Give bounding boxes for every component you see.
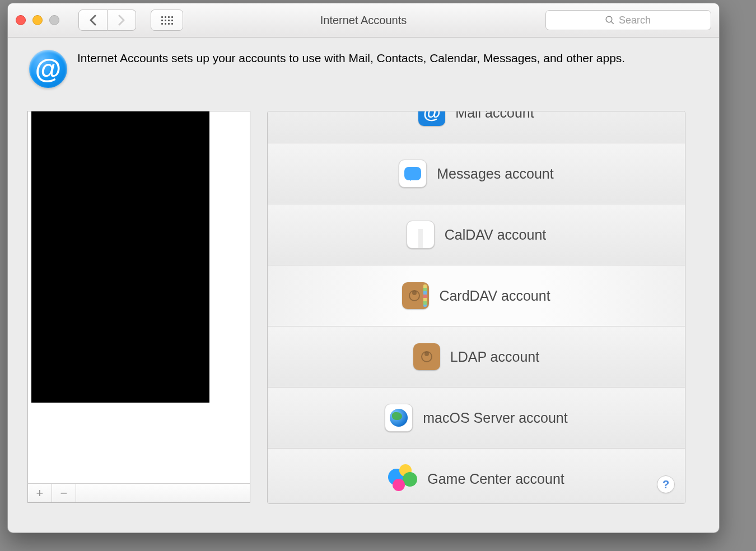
- providers-scroll[interactable]: @ Mail account Messages account CalDAV a…: [268, 111, 685, 504]
- calendar-icon: [407, 221, 435, 249]
- chevron-right-icon: [118, 15, 125, 26]
- provider-ldap[interactable]: LDAP account: [268, 326, 685, 387]
- contacts-icon: [402, 282, 429, 309]
- add-account-button[interactable]: +: [28, 484, 52, 502]
- nav-buttons: [78, 10, 136, 31]
- show-all-button[interactable]: [151, 10, 183, 31]
- accounts-list[interactable]: [28, 111, 250, 484]
- grid-icon: [161, 16, 173, 25]
- ldap-icon: [413, 343, 440, 370]
- search-input[interactable]: [545, 10, 711, 30]
- provider-label: LDAP account: [450, 349, 539, 365]
- mail-icon: @: [418, 111, 445, 126]
- providers-pane: @ Mail account Messages account CalDAV a…: [267, 111, 685, 504]
- at-icon: @: [29, 50, 67, 88]
- search-field-wrap: [545, 10, 711, 30]
- content-area: + − @ Mail account Messages account: [27, 111, 685, 510]
- accounts-list-pane: + −: [27, 111, 250, 503]
- accounts-pane-footer: + −: [28, 483, 250, 502]
- internet-accounts-window: Internet Accounts @ Internet Accounts se…: [7, 3, 720, 533]
- zoom-button[interactable]: [49, 15, 59, 25]
- server-icon: [385, 404, 413, 432]
- provider-carddav[interactable]: CardDAV account: [268, 265, 685, 326]
- provider-label: Game Center account: [427, 471, 564, 487]
- back-button[interactable]: [78, 10, 108, 31]
- close-button[interactable]: [16, 15, 26, 25]
- chevron-left-icon: [89, 15, 97, 26]
- redacted-accounts: [31, 111, 209, 403]
- provider-label: Messages account: [437, 166, 553, 182]
- provider-label: CardDAV account: [439, 288, 550, 304]
- provider-game-center[interactable]: Game Center account: [268, 449, 685, 504]
- provider-messages[interactable]: Messages account: [268, 143, 685, 204]
- help-button[interactable]: ?: [657, 475, 675, 493]
- provider-label: Mail account: [455, 111, 534, 121]
- traffic-lights: [8, 15, 59, 25]
- intro-text: Internet Accounts sets up your accounts …: [77, 50, 625, 66]
- provider-label: macOS Server account: [423, 410, 567, 426]
- provider-macos-server[interactable]: macOS Server account: [268, 387, 685, 449]
- intro-section: @ Internet Accounts sets up your account…: [8, 38, 719, 96]
- provider-mail[interactable]: @ Mail account: [268, 111, 685, 143]
- remove-account-button[interactable]: −: [52, 484, 76, 502]
- messages-icon: [399, 160, 427, 188]
- game-center-icon: [388, 464, 417, 493]
- titlebar: Internet Accounts: [8, 3, 719, 38]
- provider-caldav[interactable]: CalDAV account: [268, 204, 685, 265]
- forward-button[interactable]: [108, 10, 136, 31]
- provider-label: CalDAV account: [445, 227, 547, 243]
- minimize-button[interactable]: [32, 15, 43, 25]
